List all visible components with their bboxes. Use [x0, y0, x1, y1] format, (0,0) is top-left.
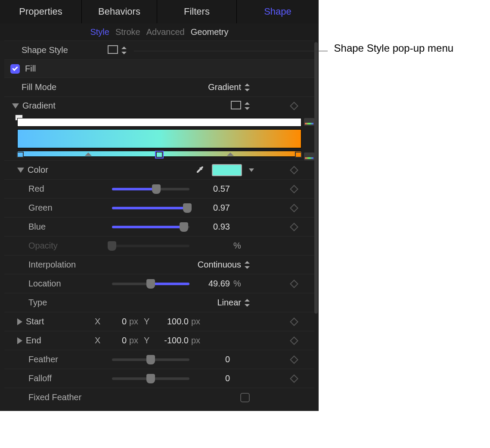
falloff-row: Falloff 0: [4, 369, 314, 388]
end-y-value[interactable]: -100.0: [154, 336, 189, 345]
subtab-stroke[interactable]: Stroke: [115, 27, 140, 37]
interpolation-label: Interpolation: [28, 260, 112, 270]
opacity-slider: [112, 245, 189, 247]
end-row: End X 0 px Y -100.0 px: [4, 331, 314, 350]
location-value[interactable]: 49.69: [204, 279, 230, 289]
green-slider[interactable]: [112, 207, 189, 209]
midpoint-2[interactable]: [227, 152, 234, 156]
falloff-value[interactable]: 0: [204, 373, 230, 383]
gradient-bar[interactable]: [17, 129, 301, 148]
eyedropper-icon[interactable]: [195, 165, 205, 175]
color-disclosure[interactable]: [17, 168, 24, 173]
color-swatch-chevron[interactable]: [249, 168, 254, 172]
tab-behaviors[interactable]: Behaviors: [82, 0, 157, 23]
feather-row: Feather 0: [4, 350, 314, 369]
opacity-unit: %: [233, 241, 245, 251]
tab-bar: Properties Behaviors Filters Shape: [0, 0, 319, 23]
end-label: End: [26, 336, 95, 345]
opacity-row: Opacity %: [4, 236, 314, 255]
shape-style-popup[interactable]: [121, 47, 127, 54]
color-stop-2[interactable]: [156, 152, 163, 158]
blue-label: Blue: [28, 222, 112, 232]
type-value[interactable]: Linear: [215, 298, 241, 308]
color-swatch[interactable]: [212, 164, 242, 176]
end-keyframe[interactable]: [290, 336, 298, 345]
interpolation-value[interactable]: Continuous: [198, 260, 241, 270]
inspector-content: Shape Style Fill Fill Mode Gradient Grad…: [0, 40, 319, 411]
opacity-bar[interactable]: [17, 118, 301, 127]
feather-keyframe[interactable]: [290, 355, 298, 364]
start-y-value[interactable]: 100.0: [154, 317, 189, 327]
end-x-unit: px: [129, 336, 141, 345]
blue-keyframe[interactable]: [290, 223, 298, 231]
feather-label: Feather: [28, 355, 112, 364]
scrollbar[interactable]: [314, 42, 318, 314]
fixed-feather-checkbox[interactable]: [240, 393, 250, 402]
end-disclosure[interactable]: [17, 337, 22, 344]
subtab-geometry[interactable]: Geometry: [191, 27, 229, 37]
y-label: Y: [144, 317, 152, 327]
tab-filters[interactable]: Filters: [157, 0, 237, 23]
feather-value[interactable]: 0: [204, 355, 230, 364]
red-slider[interactable]: [112, 188, 189, 190]
gradient-disclosure[interactable]: [12, 103, 19, 109]
color-stop-3[interactable]: [295, 152, 302, 158]
start-x-unit: px: [129, 317, 141, 327]
fill-title: Fill: [25, 64, 111, 74]
start-label: Start: [26, 317, 95, 327]
location-slider[interactable]: [112, 283, 189, 285]
type-popup[interactable]: [245, 299, 250, 307]
fill-mode-row: Fill Mode Gradient: [4, 78, 314, 96]
blue-value[interactable]: 0.93: [204, 222, 230, 232]
gradient-preset-popup[interactable]: [245, 102, 250, 110]
location-unit: %: [233, 279, 245, 289]
interpolation-row: Interpolation Continuous: [4, 255, 314, 274]
falloff-label: Falloff: [28, 373, 112, 383]
red-keyframe[interactable]: [290, 185, 298, 193]
feather-slider[interactable]: [112, 358, 189, 361]
falloff-keyframe[interactable]: [290, 374, 298, 383]
location-row: Location 49.69 %: [4, 274, 314, 293]
fill-mode-label: Fill Mode: [22, 82, 108, 92]
tab-shape[interactable]: Shape: [237, 0, 319, 23]
gradient-label: Gradient: [22, 101, 109, 111]
subtab-bar: Style Stroke Advanced Geometry: [0, 23, 319, 40]
gradient-preset-icon[interactable]: [231, 103, 239, 109]
fixed-feather-label: Fixed Feather: [28, 392, 112, 402]
tab-properties[interactable]: Properties: [0, 0, 82, 23]
green-value[interactable]: 0.97: [204, 203, 230, 213]
end-x-value[interactable]: 0: [105, 336, 127, 345]
red-value[interactable]: 0.57: [204, 184, 230, 194]
fill-checkbox[interactable]: [10, 64, 20, 74]
shape-style-label: Shape Style: [22, 45, 108, 55]
subtab-style[interactable]: Style: [90, 27, 109, 37]
green-row: Green 0.97: [4, 198, 314, 217]
location-keyframe[interactable]: [290, 280, 298, 288]
start-keyframe[interactable]: [290, 317, 298, 326]
fill-section-header[interactable]: Fill: [4, 59, 314, 78]
end-y-unit: px: [191, 336, 203, 345]
fill-mode-value[interactable]: Gradient: [208, 82, 241, 92]
falloff-slider[interactable]: [112, 377, 189, 380]
start-x-value[interactable]: 0: [105, 317, 127, 327]
blue-slider[interactable]: [112, 226, 189, 228]
subtab-advanced[interactable]: Advanced: [146, 27, 185, 37]
x-label-2: X: [95, 336, 102, 345]
midpoint-1[interactable]: [85, 152, 92, 156]
start-y-unit: px: [191, 317, 203, 327]
gradient-editor[interactable]: [4, 115, 314, 160]
type-row: Type Linear: [4, 293, 314, 312]
red-row: Red 0.57: [4, 179, 314, 198]
start-disclosure[interactable]: [17, 318, 22, 325]
x-label: X: [95, 317, 102, 327]
color-stop-1[interactable]: [17, 152, 24, 158]
callout-line: [134, 51, 328, 51]
shape-style-preset-icon[interactable]: [108, 47, 116, 54]
interpolation-popup[interactable]: [245, 261, 250, 269]
color-dist-button[interactable]: [304, 152, 314, 160]
fill-mode-popup[interactable]: [245, 84, 250, 91]
color-label: Color: [28, 165, 114, 175]
opacity-dist-button[interactable]: [304, 118, 314, 126]
green-keyframe[interactable]: [290, 204, 298, 212]
blue-row: Blue 0.93: [4, 217, 314, 236]
